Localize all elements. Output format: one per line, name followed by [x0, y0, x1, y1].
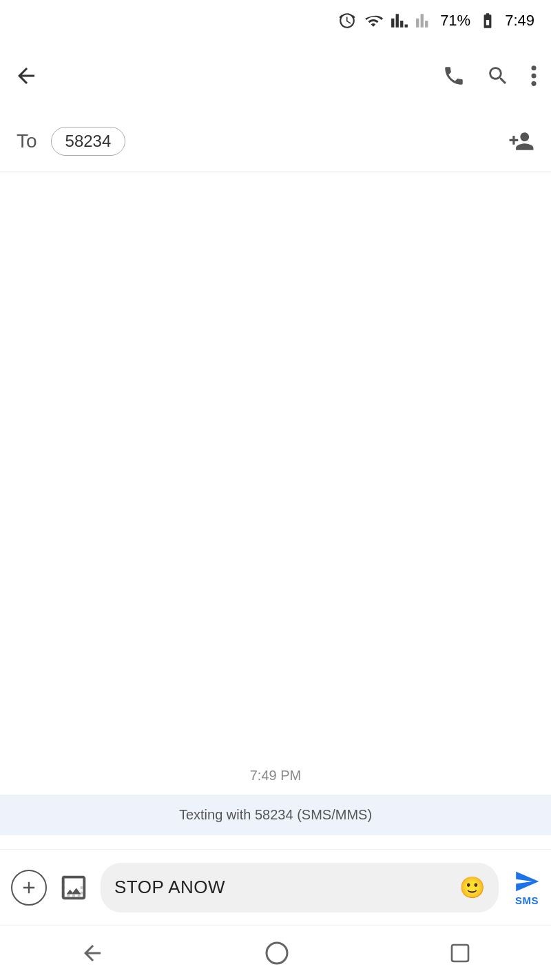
status-time: 7:49	[505, 12, 534, 30]
signal-icon	[391, 12, 408, 30]
recipient-chip[interactable]: 58234	[51, 127, 126, 156]
more-options-button[interactable]	[530, 64, 537, 88]
to-field: To 58234	[0, 110, 551, 172]
add-contact-button[interactable]	[508, 128, 534, 154]
emoji-button[interactable]: 🙂	[459, 875, 485, 899]
to-label: To	[17, 130, 37, 152]
back-button[interactable]	[14, 63, 39, 88]
wifi-icon	[363, 12, 384, 30]
message-area: 7:49 PM Texting with 58234 (SMS/MMS)	[0, 172, 551, 849]
send-button[interactable]: SMS	[514, 868, 540, 906]
nav-recents-button[interactable]	[449, 942, 471, 964]
svg-point-2	[531, 81, 536, 86]
message-input-wrapper[interactable]: STOP ANOW 🙂	[101, 863, 499, 912]
status-bar: 71% 7:49	[0, 0, 551, 41]
nav-bar	[0, 925, 551, 980]
nav-back-button[interactable]	[80, 941, 105, 966]
r-signal-icon	[415, 12, 433, 30]
media-button[interactable]	[58, 872, 90, 904]
search-button[interactable]	[486, 64, 510, 88]
sim-info-bar: Texting with 58234 (SMS/MMS)	[0, 795, 551, 835]
svg-point-3	[267, 943, 287, 963]
status-icons: 71% 7:49	[338, 12, 534, 30]
phone-button[interactable]	[442, 64, 466, 88]
input-area: STOP ANOW 🙂 SMS	[0, 849, 551, 925]
battery-percent: 71%	[440, 12, 470, 30]
battery-icon	[477, 12, 498, 30]
nav-home-button[interactable]	[264, 941, 289, 966]
attach-button[interactable]	[11, 870, 47, 906]
recipient-number: 58234	[65, 132, 112, 151]
send-icon	[514, 868, 540, 895]
sim-info-text: Texting with 58234 (SMS/MMS)	[179, 807, 372, 822]
svg-rect-4	[452, 945, 468, 961]
message-timestamp: 7:49 PM	[250, 768, 301, 784]
alarm-icon	[338, 12, 356, 30]
app-bar	[0, 41, 551, 110]
message-input[interactable]: STOP ANOW	[114, 877, 453, 898]
svg-point-1	[531, 73, 536, 78]
svg-point-0	[531, 65, 536, 70]
send-label: SMS	[515, 895, 539, 906]
